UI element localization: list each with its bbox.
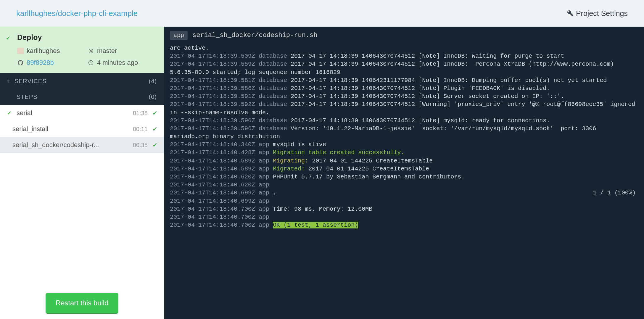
log-line: 2017-04-17T14:18:40.428Z app Migration t… [170,149,638,157]
steps-label: STEPS [17,94,38,100]
deploy-branch-label: master [97,47,117,55]
project-settings-label: Project Settings [576,9,628,18]
plus-icon: + [7,78,11,84]
steps-count: (0) [149,94,157,100]
log-header: app serial_sh_docker/codeship-run.sh [164,27,644,44]
avatar [17,48,24,54]
log-line: 2017-04-17T14:18:40.589Z app Migrated: 2… [170,165,638,173]
log-panel: app serial_sh_docker/codeship-run.sh are… [164,27,644,319]
step-serial[interactable]: ✔ serial 01:38 ✔ [0,105,164,121]
step-name: serial [17,109,32,117]
deploy-user[interactable]: karllhughes [17,47,88,55]
wrench-icon [567,10,574,17]
step-serial-sh-docker[interactable]: serial_sh_docker/codeship-r... 00:35 ✔ [0,137,164,153]
log-line: 2017-04-17T14:18:40.700Z app [170,213,638,221]
check-icon: ✔ [6,35,10,41]
deploy-card: ✔ Deploy karllhughes ⤭ master 89f8928b [0,27,164,73]
repo-link[interactable]: karllhughes/docker-php-cli-example [16,9,138,18]
deploy-title: Deploy [17,33,158,42]
restart-build-button[interactable]: Restart this build [46,293,119,313]
check-icon: ✔ [152,109,157,117]
services-label: SERVICES [15,78,47,84]
log-line: 2017-04-17T14:18:39.596Z database 2017-0… [170,117,638,125]
log-path: serial_sh_docker/codeship-run.sh [192,32,317,39]
services-count: (4) [149,78,157,85]
deploy-user-label: karllhughes [27,47,60,55]
log-line: 2017-04-17T14:18:39.592Z database 2017-0… [170,100,638,116]
step-time: 00:11 [133,126,148,133]
check-icon: ✔ [152,141,157,149]
log-line: 2017-04-17T14:18:39.581Z database 2017-0… [170,76,638,84]
log-line: 2017-04-17T14:18:40.700Z app Time: 98 ms… [170,205,638,213]
log-line: are active. [170,44,638,52]
log-line: 2017-04-17T14:18:39.596Z database Versio… [170,125,638,141]
log-line: 2017-04-17T14:18:40.340Z app mysqld is a… [170,141,638,149]
chevron-down-icon: ✔ [7,110,12,116]
deploy-commit[interactable]: 89f8928b [17,59,88,67]
shuffle-icon: ⤭ [88,48,94,54]
deploy-time: 4 minutes ago [88,59,158,67]
log-line: 2017-04-17T14:18:40.620Z app [170,181,638,189]
log-line: 2017-04-17T14:18:39.591Z database 2017-0… [170,92,638,100]
step-name: serial_install [12,125,48,133]
log-line: 2017-04-17T14:18:40.699Z app .1 / 1 (100… [170,189,638,197]
log-line: 2017-04-17T14:18:40.699Z app [170,197,638,205]
deploy-branch[interactable]: ⤭ master [88,47,158,55]
log-line: 2017-04-17T14:18:40.700Z app OK (1 test,… [170,221,638,229]
step-time: 00:35 [133,142,148,149]
step-serial-install[interactable]: serial_install 00:11 ✔ [0,121,164,137]
deploy-time-label: 4 minutes ago [97,59,138,67]
services-header[interactable]: +SERVICES (4) [0,73,164,89]
log-line: 2017-04-17T14:18:39.559Z database 2017-0… [170,60,638,76]
log-line: 2017-04-17T14:18:39.586Z database 2017-0… [170,84,638,92]
clock-icon [88,59,94,66]
deploy-commit-label: 89f8928b [27,59,54,67]
check-icon: ✔ [152,125,157,133]
log-line: 2017-04-17T14:18:40.589Z app Migrating: … [170,157,638,165]
log-line: 2017-04-17T14:18:39.509Z database 2017-0… [170,52,638,60]
project-settings-link[interactable]: Project Settings [567,9,628,18]
steps-header[interactable]: STEPS (0) [0,89,164,105]
step-time: 01:38 [133,110,148,117]
log-body[interactable]: are active.2017-04-17T14:18:39.509Z data… [164,44,644,319]
github-icon [17,59,24,66]
app-badge: app [170,31,188,40]
step-name: serial_sh_docker/codeship-r... [12,141,99,149]
sidebar: ✔ Deploy karllhughes ⤭ master 89f8928b [0,27,164,319]
log-line: 2017-04-17T14:18:40.620Z app PHPUnit 5.7… [170,173,638,181]
